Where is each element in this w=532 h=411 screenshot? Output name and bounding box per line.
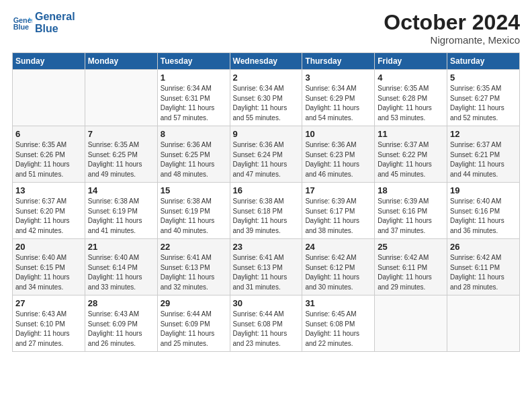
weekday-header-saturday: Saturday <box>447 53 520 70</box>
calendar-cell: 4Sunrise: 6:35 AMSunset: 6:28 PMDaylight… <box>375 70 447 126</box>
calendar-week-row: 6Sunrise: 6:35 AMSunset: 6:26 PMDaylight… <box>13 126 520 183</box>
calendar-cell <box>13 70 85 126</box>
calendar-cell: 25Sunrise: 6:42 AMSunset: 6:11 PMDayligh… <box>375 239 447 295</box>
calendar-cell: 12Sunrise: 6:37 AMSunset: 6:21 PMDayligh… <box>447 126 520 183</box>
day-number: 17 <box>305 185 371 195</box>
title-area: October 2024 Nigromante, Mexico <box>384 11 520 46</box>
calendar-cell: 5Sunrise: 6:35 AMSunset: 6:27 PMDaylight… <box>447 70 520 126</box>
calendar-cell: 19Sunrise: 6:40 AMSunset: 6:16 PMDayligh… <box>447 183 520 239</box>
calendar-cell: 18Sunrise: 6:39 AMSunset: 6:16 PMDayligh… <box>375 183 447 239</box>
calendar-cell <box>85 70 157 126</box>
day-info: Sunrise: 6:44 AMSunset: 6:09 PMDaylight:… <box>161 310 227 349</box>
day-info: Sunrise: 6:39 AMSunset: 6:17 PMDaylight:… <box>305 197 371 236</box>
day-number: 29 <box>161 298 227 308</box>
calendar-cell: 6Sunrise: 6:35 AMSunset: 6:26 PMDaylight… <box>13 126 85 183</box>
day-info: Sunrise: 6:34 AMSunset: 6:29 PMDaylight:… <box>305 84 371 123</box>
weekday-header-wednesday: Wednesday <box>230 53 302 70</box>
day-info: Sunrise: 6:43 AMSunset: 6:10 PMDaylight:… <box>15 310 82 349</box>
calendar-cell: 10Sunrise: 6:36 AMSunset: 6:23 PMDayligh… <box>302 126 375 183</box>
weekday-header-thursday: Thursday <box>302 53 375 70</box>
day-info: Sunrise: 6:40 AMSunset: 6:14 PMDaylight:… <box>88 253 154 292</box>
day-number: 25 <box>378 242 444 252</box>
day-info: Sunrise: 6:37 AMSunset: 6:21 PMDaylight:… <box>450 140 517 179</box>
day-info: Sunrise: 6:45 AMSunset: 6:08 PMDaylight:… <box>305 310 371 349</box>
calendar-cell: 8Sunrise: 6:36 AMSunset: 6:25 PMDaylight… <box>157 126 230 183</box>
day-info: Sunrise: 6:35 AMSunset: 6:27 PMDaylight:… <box>450 84 517 123</box>
calendar-cell: 23Sunrise: 6:41 AMSunset: 6:13 PMDayligh… <box>230 239 302 295</box>
day-info: Sunrise: 6:41 AMSunset: 6:13 PMDaylight:… <box>233 253 300 292</box>
day-number: 31 <box>305 298 371 308</box>
calendar-cell: 26Sunrise: 6:42 AMSunset: 6:11 PMDayligh… <box>447 239 520 295</box>
day-info: Sunrise: 6:37 AMSunset: 6:20 PMDaylight:… <box>15 197 82 236</box>
day-number: 14 <box>88 185 154 195</box>
calendar-cell: 13Sunrise: 6:37 AMSunset: 6:20 PMDayligh… <box>13 183 85 239</box>
day-number: 26 <box>450 242 517 252</box>
calendar-cell: 28Sunrise: 6:43 AMSunset: 6:09 PMDayligh… <box>85 295 157 352</box>
location: Nigromante, Mexico <box>384 34 520 46</box>
calendar-cell <box>447 295 520 352</box>
logo: General Blue General Blue <box>12 11 75 34</box>
day-number: 3 <box>305 73 371 83</box>
day-info: Sunrise: 6:42 AMSunset: 6:11 PMDaylight:… <box>450 253 517 292</box>
calendar-cell: 22Sunrise: 6:41 AMSunset: 6:13 PMDayligh… <box>157 239 230 295</box>
day-number: 24 <box>305 242 371 252</box>
calendar-cell: 2Sunrise: 6:34 AMSunset: 6:30 PMDaylight… <box>230 70 302 126</box>
calendar-cell: 9Sunrise: 6:36 AMSunset: 6:24 PMDaylight… <box>230 126 302 183</box>
calendar-cell: 16Sunrise: 6:38 AMSunset: 6:18 PMDayligh… <box>230 183 302 239</box>
day-info: Sunrise: 6:34 AMSunset: 6:31 PMDaylight:… <box>161 84 227 123</box>
calendar-cell: 31Sunrise: 6:45 AMSunset: 6:08 PMDayligh… <box>302 295 375 352</box>
weekday-header-tuesday: Tuesday <box>157 53 230 70</box>
calendar-week-row: 27Sunrise: 6:43 AMSunset: 6:10 PMDayligh… <box>13 295 520 352</box>
calendar-cell: 20Sunrise: 6:40 AMSunset: 6:15 PMDayligh… <box>13 239 85 295</box>
calendar-cell: 1Sunrise: 6:34 AMSunset: 6:31 PMDaylight… <box>157 70 230 126</box>
logo-blue: Blue <box>35 23 75 35</box>
day-number: 18 <box>378 185 444 195</box>
logo-svg: General Blue <box>12 13 32 33</box>
day-info: Sunrise: 6:39 AMSunset: 6:16 PMDaylight:… <box>378 197 444 236</box>
weekday-header-friday: Friday <box>375 53 447 70</box>
day-info: Sunrise: 6:38 AMSunset: 6:18 PMDaylight:… <box>233 197 300 236</box>
day-number: 16 <box>233 185 300 195</box>
calendar-cell <box>375 295 447 352</box>
day-number: 2 <box>233 73 300 83</box>
day-info: Sunrise: 6:40 AMSunset: 6:15 PMDaylight:… <box>15 253 82 292</box>
calendar-cell: 3Sunrise: 6:34 AMSunset: 6:29 PMDaylight… <box>302 70 375 126</box>
day-number: 20 <box>15 242 82 252</box>
day-number: 15 <box>161 185 227 195</box>
day-info: Sunrise: 6:44 AMSunset: 6:08 PMDaylight:… <box>233 310 300 349</box>
calendar-cell: 29Sunrise: 6:44 AMSunset: 6:09 PMDayligh… <box>157 295 230 352</box>
day-info: Sunrise: 6:42 AMSunset: 6:11 PMDaylight:… <box>378 253 444 292</box>
day-number: 8 <box>161 129 227 139</box>
calendar-week-row: 1Sunrise: 6:34 AMSunset: 6:31 PMDaylight… <box>13 70 520 126</box>
svg-text:Blue: Blue <box>13 23 29 31</box>
day-info: Sunrise: 6:42 AMSunset: 6:12 PMDaylight:… <box>305 253 371 292</box>
calendar-cell: 7Sunrise: 6:35 AMSunset: 6:25 PMDaylight… <box>85 126 157 183</box>
day-number: 7 <box>88 129 154 139</box>
calendar-table: SundayMondayTuesdayWednesdayThursdayFrid… <box>12 52 520 352</box>
day-number: 21 <box>88 242 154 252</box>
day-info: Sunrise: 6:37 AMSunset: 6:22 PMDaylight:… <box>378 140 444 179</box>
header: General Blue General Blue October 2024 N… <box>12 11 520 46</box>
day-info: Sunrise: 6:35 AMSunset: 6:28 PMDaylight:… <box>378 84 444 123</box>
calendar-cell: 21Sunrise: 6:40 AMSunset: 6:14 PMDayligh… <box>85 239 157 295</box>
day-number: 5 <box>450 73 517 83</box>
day-number: 19 <box>450 185 517 195</box>
day-info: Sunrise: 6:41 AMSunset: 6:13 PMDaylight:… <box>161 253 227 292</box>
calendar-week-row: 20Sunrise: 6:40 AMSunset: 6:15 PMDayligh… <box>13 239 520 295</box>
day-info: Sunrise: 6:36 AMSunset: 6:24 PMDaylight:… <box>233 140 300 179</box>
day-number: 22 <box>161 242 227 252</box>
day-number: 6 <box>15 129 82 139</box>
day-number: 30 <box>233 298 300 308</box>
day-number: 12 <box>450 129 517 139</box>
calendar-cell: 17Sunrise: 6:39 AMSunset: 6:17 PMDayligh… <box>302 183 375 239</box>
day-info: Sunrise: 6:38 AMSunset: 6:19 PMDaylight:… <box>88 197 154 236</box>
day-number: 13 <box>15 185 82 195</box>
day-number: 10 <box>305 129 371 139</box>
logo-general: General <box>35 11 75 23</box>
calendar-cell: 27Sunrise: 6:43 AMSunset: 6:10 PMDayligh… <box>13 295 85 352</box>
calendar-cell: 14Sunrise: 6:38 AMSunset: 6:19 PMDayligh… <box>85 183 157 239</box>
weekday-header-sunday: Sunday <box>13 53 85 70</box>
day-info: Sunrise: 6:34 AMSunset: 6:30 PMDaylight:… <box>233 84 300 123</box>
calendar-cell: 11Sunrise: 6:37 AMSunset: 6:22 PMDayligh… <box>375 126 447 183</box>
day-number: 4 <box>378 73 444 83</box>
